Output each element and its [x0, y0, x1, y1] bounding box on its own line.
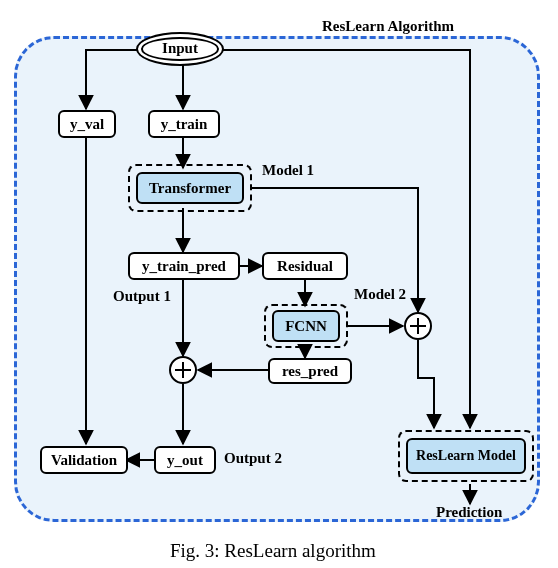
node-input: Input	[136, 32, 224, 66]
label-prediction: Prediction	[436, 504, 502, 521]
node-y-val: y_val	[58, 110, 116, 138]
arrows-layer	[0, 0, 558, 568]
node-residual: Residual	[262, 252, 348, 280]
node-validation: Validation	[40, 446, 128, 474]
node-y-train: y_train	[148, 110, 220, 138]
label-output-2: Output 2	[224, 450, 282, 467]
diagram-canvas: ResLearn Algorithm Input y_val y_train M…	[0, 0, 558, 568]
algorithm-title: ResLearn Algorithm	[322, 18, 454, 35]
label-model-1: Model 1	[262, 162, 314, 179]
label-output-1: Output 1	[113, 288, 171, 305]
node-input-label: Input	[141, 37, 218, 60]
node-y-out: y_out	[154, 446, 216, 474]
node-fcnn: FCNN	[272, 310, 340, 342]
node-res-pred: res_pred	[268, 358, 352, 384]
node-y-train-pred: y_train_pred	[128, 252, 240, 280]
node-sum-models	[404, 312, 432, 340]
label-model-2: Model 2	[354, 286, 406, 303]
figure-caption: Fig. 3: ResLearn algorithm	[170, 540, 376, 562]
node-reslearn-model: ResLearn Model	[406, 438, 526, 474]
node-sum-outputs	[169, 356, 197, 384]
node-transformer: Transformer	[136, 172, 244, 204]
